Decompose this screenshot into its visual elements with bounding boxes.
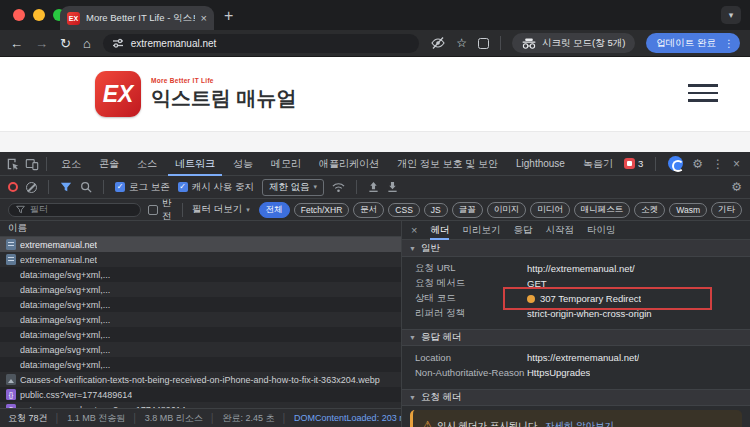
close-detail-icon[interactable]: × <box>411 224 417 236</box>
request-row[interactable]: data:image/svg+xml,... <box>0 267 401 282</box>
filter-funnel-icon[interactable] <box>60 181 72 193</box>
network-conditions-icon[interactable] <box>332 181 345 193</box>
disable-cache-option[interactable]: ✓ 캐시 사용 중지 <box>178 181 254 194</box>
url-text[interactable]: extrememanual.net <box>131 38 217 49</box>
tab-privacy-security[interactable]: 개인 정보 보호 및 보안 <box>390 152 505 176</box>
chip-all[interactable]: 전체 <box>259 202 290 218</box>
chip-js[interactable]: JS <box>424 203 448 217</box>
request-row[interactable]: extrememanual.net <box>0 237 401 252</box>
throttling-value: 제한 없음 <box>269 181 310 194</box>
invert-checkbox[interactable] <box>148 205 158 215</box>
general-section-header[interactable]: ▼ 일반 <box>402 240 750 257</box>
request-row[interactable]: data:image/svg+xml,... <box>0 327 401 342</box>
new-tab-button[interactable]: + <box>224 5 233 27</box>
tab-network[interactable]: 네트워크 <box>168 152 222 176</box>
chip-media[interactable]: 미디어 <box>530 202 570 218</box>
chip-wasm[interactable]: Wasm <box>669 203 707 217</box>
header-value: strict-origin-when-cross-origin <box>527 308 652 319</box>
request-row[interactable]: data:image/svg+xml,... <box>0 357 401 372</box>
header-row: 상태 코드 307 Temporary Redirect <box>402 291 750 306</box>
window-controls[interactable] <box>13 9 65 21</box>
browser-window: EX More Better IT Life - 익스트림 매뉴 × + ▾ ←… <box>0 0 750 427</box>
tab-recorder[interactable]: 녹음기 <box>576 152 620 176</box>
eye-off-icon[interactable] <box>431 36 445 50</box>
request-row[interactable]: extrememanual.net <box>0 252 401 267</box>
home-icon[interactable]: ⌂ <box>83 37 91 50</box>
chip-fetch-xhr[interactable]: Fetch/XHR <box>294 203 350 217</box>
devtools-close-icon[interactable]: × <box>733 158 740 170</box>
network-settings-icon[interactable]: ⚙ <box>731 181 742 193</box>
site-favicon: EX <box>67 12 80 25</box>
chip-manifest[interactable]: 매니페스트 <box>574 202 631 218</box>
tab-close-icon[interactable]: × <box>201 12 207 24</box>
tab-search-chevron-icon[interactable]: ▾ <box>721 6 741 24</box>
request-list-header[interactable]: 이름 <box>0 221 401 237</box>
devtools-settings-icon[interactable]: ⚙ <box>692 158 703 170</box>
detail-tab-timing[interactable]: 타이밍 <box>587 221 616 240</box>
tabbar-divider <box>46 157 47 171</box>
request-row[interactable]: {}public.css?ver=1774489614 <box>0 387 401 402</box>
browser-menu-icon[interactable]: ⋮ <box>724 38 734 49</box>
request-row[interactable]: data:image/svg+xml,... <box>0 297 401 312</box>
preserve-log-checkbox[interactable]: ✓ <box>115 182 125 192</box>
tab-elements[interactable]: 요소 <box>54 152 88 176</box>
more-filters-dropdown[interactable]: 필터 더보기 ▾ <box>192 203 250 216</box>
learn-more-link[interactable]: 자세히 알아보기 <box>545 420 614 427</box>
detail-tab-initiator[interactable]: 시작점 <box>545 221 574 240</box>
tab-application[interactable]: 애플리케이션 <box>312 152 386 176</box>
bookmark-star-icon[interactable]: ☆ <box>456 37 467 49</box>
chip-font[interactable]: 글꼴 <box>452 202 483 218</box>
issues-badge[interactable]: 3 <box>624 158 643 169</box>
request-row[interactable]: data:image/svg+xml,... <box>0 282 401 297</box>
filter-input[interactable]: 필터 <box>8 203 141 217</box>
request-row[interactable]: Causes-of-verification-texts-not-being-r… <box>0 372 401 387</box>
back-icon[interactable]: ← <box>10 37 23 50</box>
devtools-assistant-icon[interactable] <box>668 156 683 171</box>
reload-icon[interactable]: ↻ <box>60 37 71 50</box>
inspect-element-icon[interactable] <box>6 156 20 172</box>
extensions-icon[interactable] <box>478 38 489 49</box>
hamburger-menu-icon[interactable] <box>688 84 718 102</box>
detail-tab-headers[interactable]: 헤더 <box>430 221 449 240</box>
invert-filter-option[interactable]: 반전 <box>148 197 172 223</box>
chip-doc[interactable]: 문서 <box>353 202 384 218</box>
tab-memory[interactable]: 메모리 <box>264 152 308 176</box>
browser-tab[interactable]: EX More Better IT Life - 익스트림 매뉴 × <box>60 6 214 30</box>
site-settings-icon[interactable] <box>112 37 124 49</box>
address-bar[interactable]: extrememanual.net <box>103 34 419 53</box>
clear-network-log-icon[interactable] <box>26 182 37 193</box>
import-har-icon[interactable] <box>368 181 379 193</box>
net-toolbar-divider2 <box>103 180 104 194</box>
request-headers-section-header[interactable]: ▼ 요청 헤더 <box>402 389 750 406</box>
chip-other[interactable]: 기타 <box>711 202 742 218</box>
export-har-icon[interactable] <box>387 181 398 193</box>
devtools-menu-icon[interactable]: ⋮ <box>712 158 724 170</box>
incognito-badge[interactable]: 시크릿 모드(창 5개) <box>512 33 635 53</box>
chip-css[interactable]: CSS <box>388 203 419 217</box>
chip-socket[interactable]: 소켓 <box>634 202 665 218</box>
device-toolbar-icon[interactable] <box>24 156 38 172</box>
update-button[interactable]: 업데이트 완료 ⋮ <box>646 33 740 53</box>
network-body: 이름 extrememanual.net extrememanual.net d… <box>0 221 750 427</box>
tab-performance[interactable]: 성능 <box>226 152 260 176</box>
finish-time: 완료: 2.45 초 <box>222 412 274 425</box>
response-headers-section-header[interactable]: ▼ 응답 헤더 <box>402 329 750 346</box>
close-window-button[interactable] <box>13 9 25 21</box>
tab-lighthouse[interactable]: Lighthouse <box>509 152 572 176</box>
tab-console[interactable]: 콘솔 <box>92 152 126 176</box>
disable-cache-checkbox[interactable]: ✓ <box>178 182 188 192</box>
tab-sources[interactable]: 소스 <box>130 152 164 176</box>
minimize-window-button[interactable] <box>33 9 45 21</box>
search-icon[interactable] <box>80 181 92 193</box>
header-value: http://extrememanual.net/ <box>527 263 635 274</box>
detail-tab-response[interactable]: 응답 <box>513 221 532 240</box>
throttling-dropdown[interactable]: 제한 없음 ▾ <box>262 179 324 196</box>
preserve-log-option[interactable]: ✓ 로그 보존 <box>115 181 170 194</box>
detail-tab-preview[interactable]: 미리보기 <box>462 221 500 240</box>
site-logo[interactable]: EX More Better IT Life 익스트림 매뉴얼 <box>95 71 297 117</box>
chip-img[interactable]: 이미지 <box>487 202 527 218</box>
request-row[interactable]: data:image/svg+xml,... <box>0 312 401 327</box>
request-row[interactable]: data:image/svg+xml,... <box>0 342 401 357</box>
forward-icon[interactable]: → <box>35 37 48 50</box>
record-network-log-icon[interactable] <box>8 182 18 192</box>
